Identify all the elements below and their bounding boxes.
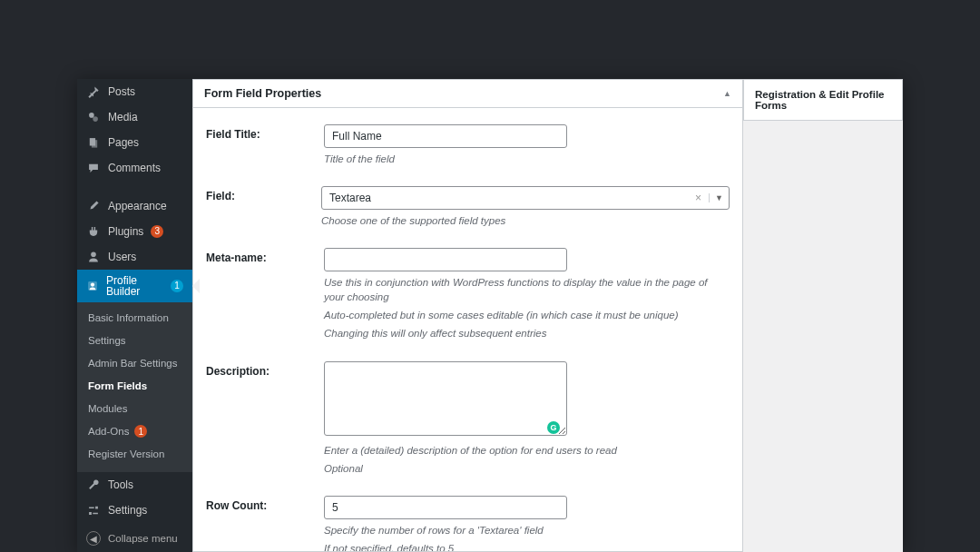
sidebar-item-users[interactable]: Users [77, 244, 192, 270]
sidebar-item-posts[interactable]: Posts [77, 79, 192, 104]
chevron-down-icon[interactable]: ▼ [709, 193, 723, 202]
sidebar-label: Tools [108, 479, 133, 490]
submenu-register[interactable]: Register Version [77, 443, 192, 466]
description-help-2: Optional [324, 461, 730, 476]
submenu-admin-bar[interactable]: Admin Bar Settings [77, 352, 192, 375]
sidebar-label: Pages [108, 137, 139, 148]
brush-icon [86, 199, 101, 213]
registration-forms-metabox: Registration & Edit Profile Forms [743, 79, 903, 121]
submenu-form-fields[interactable]: Form Fields [77, 375, 192, 398]
content-area: Form Field Properties ▲ Field Title: Tit… [192, 79, 903, 552]
submenu-modules[interactable]: Modules [77, 398, 192, 420]
metabox-title: Registration & Edit Profile Forms [744, 80, 902, 120]
sidebar-label: Posts [108, 86, 135, 97]
wrench-icon [86, 478, 101, 492]
meta-name-label: Meta-name: [206, 248, 324, 340]
sidebar-item-settings[interactable]: Settings [77, 498, 192, 523]
svg-point-1 [93, 116, 98, 122]
svg-point-6 [91, 283, 94, 287]
update-badge: 3 [151, 225, 163, 238]
field-title-help: Title of the field [324, 152, 730, 166]
meta-name-help-1: Use this in conjunction with WordPress f… [324, 275, 730, 304]
submenu-settings[interactable]: Settings [77, 330, 192, 352]
svg-point-4 [91, 251, 96, 257]
sidebar-item-plugins[interactable]: Plugins 3 [77, 219, 192, 244]
panel-title: Form Field Properties [204, 87, 321, 100]
submenu-addons[interactable]: Add-Ons 1 [77, 420, 192, 443]
svg-point-0 [89, 113, 94, 118]
sidebar-item-media[interactable]: Media [77, 104, 192, 130]
field-type-help: Choose one of the supported field types [321, 213, 730, 228]
submenu-label: Add-Ons [88, 425, 129, 439]
panel-toggle-icon[interactable]: ▲ [723, 89, 731, 98]
notice-badge: 1 [171, 280, 183, 292]
sliders-icon [86, 503, 101, 518]
svg-rect-3 [92, 140, 97, 147]
row-count-help-1: Specify the number of rows for a 'Textar… [324, 523, 730, 537]
sidebar-label: Profile Builder [106, 275, 163, 297]
field-type-value: Textarea [329, 192, 691, 204]
sidebar-item-profile-builder[interactable]: Profile Builder 1 [77, 270, 192, 302]
submenu-basic-info[interactable]: Basic Information [77, 307, 192, 330]
sidebar-label: Comments [108, 163, 161, 173]
field-type-select[interactable]: Textarea × ▼ [321, 186, 730, 210]
wp-admin-window: Posts Media Pages Comments [77, 79, 903, 552]
collapse-icon: ◀ [86, 531, 101, 546]
grammarly-icon[interactable]: G [547, 421, 560, 434]
collapse-menu[interactable]: ◀ Collapse menu [77, 525, 192, 552]
meta-name-input[interactable] [324, 248, 567, 271]
sidebar-label: Media [108, 112, 138, 123]
profile-icon [86, 279, 99, 293]
user-icon [86, 250, 101, 264]
sidebar-label: Appearance [108, 201, 167, 212]
pin-icon [86, 84, 101, 99]
media-icon [86, 110, 101, 124]
profile-builder-submenu: Basic Information Settings Admin Bar Set… [77, 302, 192, 472]
panel-header: Form Field Properties ▲ [193, 80, 742, 108]
sidebar-label: Settings [108, 505, 147, 516]
plugin-icon [86, 224, 101, 239]
meta-name-help-2: Auto-completed but in some cases editabl… [324, 308, 730, 322]
collapse-label: Collapse menu [108, 533, 178, 544]
sidebar-item-tools[interactable]: Tools [77, 472, 192, 498]
update-badge: 1 [134, 425, 147, 438]
sidebar-item-pages[interactable]: Pages [77, 130, 192, 155]
field-title-input[interactable] [324, 124, 567, 148]
field-title-label: Field Title: [206, 124, 324, 166]
row-count-input[interactable] [324, 496, 567, 519]
sidebar-label: Plugins [108, 226, 143, 237]
pages-icon [86, 135, 101, 150]
sidebar-item-appearance[interactable]: Appearance [77, 193, 192, 219]
form-field-properties-panel: Form Field Properties ▲ Field Title: Tit… [192, 79, 743, 552]
meta-name-help-3: Changing this will only affect subsequen… [324, 326, 730, 340]
clear-icon[interactable]: × [691, 192, 705, 204]
admin-sidebar: Posts Media Pages Comments [77, 79, 192, 552]
row-count-label: Row Count: [206, 496, 324, 551]
description-label: Description: [206, 361, 324, 476]
description-help-1: Enter a (detailed) description of the op… [324, 443, 730, 458]
field-type-label: Field: [206, 186, 321, 228]
meta-column: Registration & Edit Profile Forms [743, 79, 903, 552]
comment-icon [86, 161, 101, 175]
sidebar-item-comments[interactable]: Comments [77, 155, 192, 181]
description-textarea[interactable] [324, 361, 567, 436]
sidebar-label: Users [108, 251, 136, 262]
row-count-help-2: If not specified, defaults to 5 [324, 541, 730, 551]
